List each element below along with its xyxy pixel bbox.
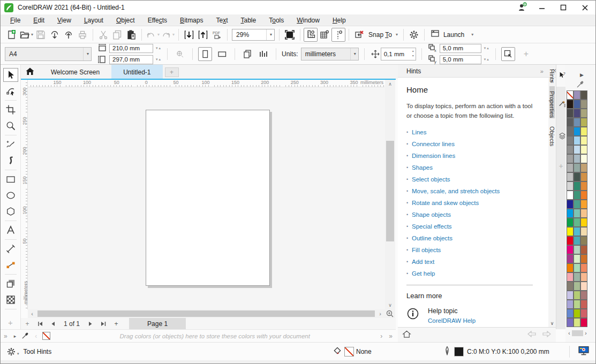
color-swatch[interactable] [567, 163, 574, 172]
color-swatch[interactable] [580, 200, 587, 209]
import-button[interactable] [182, 28, 196, 42]
color-swatch[interactable] [574, 154, 580, 163]
color-swatch[interactable] [580, 118, 587, 127]
color-swatch[interactable] [580, 100, 587, 109]
artistic-media-tool[interactable] [3, 154, 18, 168]
color-swatch[interactable] [580, 145, 587, 154]
color-swatch[interactable] [574, 245, 580, 254]
color-swatch[interactable] [574, 227, 580, 236]
hint-link[interactable]: Fill objects [412, 247, 441, 253]
hint-link[interactable]: Get help [412, 270, 435, 277]
hint-link[interactable]: Lines [412, 129, 427, 135]
color-swatch[interactable] [580, 127, 587, 136]
color-swatch[interactable] [580, 181, 587, 191]
new-document-button[interactable] [5, 28, 19, 42]
print-button[interactable] [76, 28, 89, 42]
hint-link[interactable]: Move, scale, and stretch objects [412, 188, 500, 194]
color-swatch[interactable] [580, 263, 587, 272]
color-swatch[interactable] [567, 227, 574, 236]
document-color-settings-icon[interactable] [578, 346, 590, 357]
menu-table[interactable]: Table [235, 16, 263, 25]
color-swatch[interactable] [574, 282, 580, 291]
color-swatch[interactable] [574, 172, 580, 181]
all-pages-button[interactable] [256, 47, 270, 61]
home-tab-button[interactable] [21, 65, 39, 79]
new-tab-button[interactable]: + [165, 67, 179, 77]
fill-swatch[interactable] [344, 347, 354, 357]
swatch-none[interactable] [567, 90, 574, 100]
color-swatch[interactable] [580, 245, 587, 254]
color-swatch[interactable] [567, 254, 574, 263]
docpal-flyout-icon[interactable]: ▸ [11, 333, 20, 339]
hint-link[interactable]: Select objects [412, 176, 450, 183]
color-swatch[interactable] [574, 254, 580, 263]
color-swatch[interactable] [580, 300, 587, 309]
zoom-level-combo[interactable]: 29%▾ [232, 29, 275, 41]
color-swatch[interactable] [574, 90, 580, 100]
outline-swatch[interactable] [454, 347, 464, 357]
fullscreen-preview-button[interactable] [283, 28, 297, 42]
hints-back-icon[interactable] [527, 330, 537, 339]
cloud-upload-button[interactable] [62, 28, 76, 42]
add-docker-button[interactable]: + [559, 162, 563, 170]
color-swatch[interactable] [567, 172, 574, 181]
color-swatch[interactable] [574, 209, 580, 218]
menu-effects[interactable]: Effects [141, 16, 173, 25]
color-swatch[interactable] [580, 272, 587, 282]
color-swatch[interactable] [567, 154, 574, 163]
color-swatch[interactable] [580, 227, 587, 236]
add-page-left-button[interactable]: + [21, 318, 34, 329]
landscape-button[interactable] [215, 47, 229, 61]
color-swatch[interactable] [574, 191, 580, 200]
color-swatch[interactable] [567, 282, 574, 291]
color-swatch[interactable] [567, 145, 574, 154]
color-swatch[interactable] [580, 282, 587, 291]
tab-untitled-1[interactable]: Untitled-1 [111, 65, 162, 79]
horizontal-ruler[interactable]: 15010050050100150200250300350millimeters [28, 80, 384, 87]
copy-button[interactable] [110, 28, 124, 42]
cloud-download-button[interactable] [48, 28, 62, 42]
paste-button[interactable] [124, 28, 138, 42]
nudge-offset-field[interactable]: 0,1 mm▴▾ [381, 48, 416, 60]
zoom-tool[interactable] [3, 119, 18, 133]
last-page-button[interactable] [97, 318, 110, 329]
color-swatch[interactable] [567, 291, 574, 300]
docpal-more-icon[interactable]: » [386, 332, 396, 340]
statusbar-gear-icon[interactable] [6, 346, 17, 357]
menu-help[interactable]: Help [326, 16, 352, 25]
menu-view[interactable]: View [51, 16, 78, 25]
page-height-field[interactable]: 297,0 mm [109, 55, 153, 64]
color-swatch[interactable] [567, 309, 574, 318]
page-1-tab[interactable]: Page 1 [129, 318, 186, 329]
color-swatch[interactable] [574, 118, 580, 127]
current-page-button[interactable] [240, 47, 254, 61]
palette-scrollbar[interactable]: ‹› [567, 329, 589, 337]
color-swatch[interactable] [574, 218, 580, 227]
color-swatch[interactable] [580, 318, 587, 327]
menu-file[interactable]: File [4, 16, 27, 25]
hint-link[interactable]: Special effects [412, 223, 452, 230]
menu-window[interactable]: Window [290, 16, 326, 25]
portrait-button[interactable] [198, 47, 212, 61]
menu-layout[interactable]: Layout [78, 16, 110, 25]
add-page-right-button[interactable]: + [110, 318, 123, 329]
publish-pdf-button[interactable]: PDF [210, 28, 224, 42]
docpal-scroll-left-icon[interactable]: ‹ [32, 332, 40, 340]
cut-button[interactable] [96, 28, 110, 42]
hint-link[interactable]: Dimension lines [412, 153, 455, 159]
color-swatch[interactable] [574, 300, 580, 309]
color-swatch[interactable] [567, 209, 574, 218]
color-swatch[interactable] [567, 136, 574, 145]
ellipse-tool[interactable] [3, 188, 18, 202]
color-swatch[interactable] [574, 100, 580, 109]
pick-tool[interactable] [3, 68, 18, 82]
docpal-none-swatch[interactable] [42, 332, 50, 340]
crop-tool[interactable] [3, 103, 18, 117]
color-swatch[interactable] [580, 172, 587, 181]
hint-link[interactable]: Rotate and skew objects [412, 200, 479, 206]
customize-toolbox-button[interactable]: + [8, 318, 13, 327]
color-swatch[interactable] [574, 272, 580, 282]
color-swatch[interactable] [567, 109, 574, 118]
document-page[interactable] [146, 110, 270, 286]
hint-link[interactable]: Connector lines [412, 141, 455, 147]
